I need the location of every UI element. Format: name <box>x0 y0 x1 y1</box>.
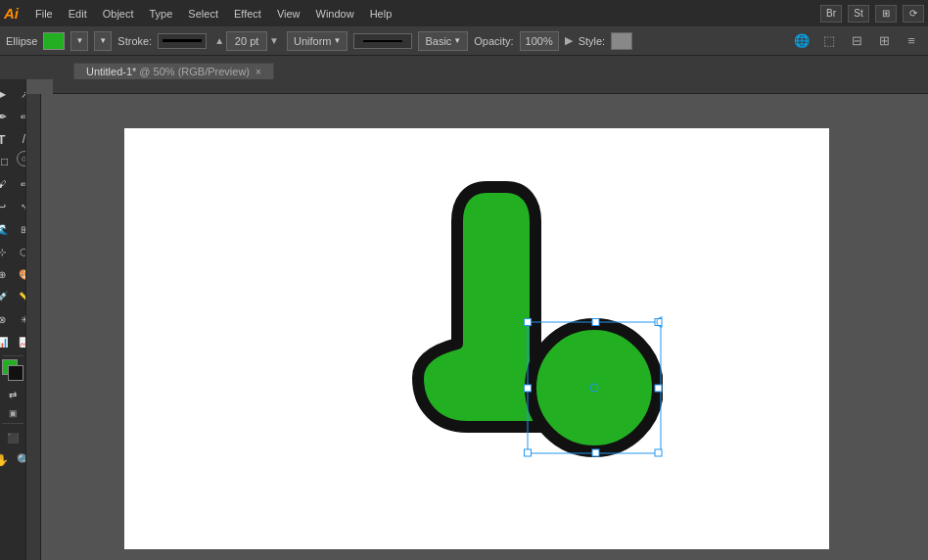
illustration <box>408 177 663 473</box>
main-area: ▶ ↗ ✒ ✏ T / □ ○ 🖌 ✏ ↩ ⤡ 🌊 ⊞ ⊹ ⬡ <box>0 79 928 560</box>
perspective-tool[interactable]: ⬡ <box>14 241 27 262</box>
svg-rect-7 <box>525 449 532 456</box>
svg-rect-6 <box>655 385 662 392</box>
tool-separator-2 <box>2 423 23 424</box>
style-swatch[interactable] <box>611 32 632 50</box>
opacity-input[interactable] <box>520 31 559 51</box>
appearance-arrow: ▼ <box>453 36 461 45</box>
close-tab-btn[interactable]: × <box>255 67 261 77</box>
menu-type[interactable]: Type <box>143 6 180 22</box>
background-color[interactable] <box>8 365 23 381</box>
puppet-warp-tool[interactable]: ⊹ <box>0 241 13 262</box>
opacity-label: Opacity: <box>474 35 513 47</box>
svg-rect-4 <box>655 319 662 326</box>
tool-separator <box>2 355 23 356</box>
stroke-arrow: ▼ <box>99 36 107 45</box>
stock-icon[interactable]: St <box>848 5 869 23</box>
stroke-line <box>162 39 202 42</box>
canvas-area[interactable] <box>26 79 928 560</box>
ruler-top <box>53 79 928 94</box>
options-bar: Ellipse ▼ ▼ Stroke: ▲ ▼ Uniform ▼ Basic … <box>0 26 928 56</box>
stroke-preview <box>158 33 207 49</box>
menu-window[interactable]: Window <box>309 6 361 22</box>
globe-icon[interactable]: 🌐 <box>791 30 812 52</box>
artboard-icon[interactable]: ⬚ <box>818 30 840 52</box>
tab-title: Untitled-1*@ 50% (RGB/Preview) <box>86 66 250 77</box>
measure-tool[interactable]: 📏 <box>14 286 27 307</box>
blend-tool[interactable]: ⊗ <box>0 308 13 330</box>
brush-tool[interactable]: 🖌 <box>0 173 13 195</box>
select-tool[interactable]: ▶ <box>0 83 13 105</box>
ruler-left <box>26 94 41 560</box>
warp-tool[interactable]: 🌊 <box>0 218 13 240</box>
rotate-tool[interactable]: ↩ <box>0 196 13 217</box>
menu-bar: Ai File Edit Object Type Select Effect V… <box>0 0 928 26</box>
options-right-icons: 🌐 ⬚ ⊟ ⊞ ≡ <box>791 30 922 52</box>
menu-file[interactable]: File <box>28 6 60 22</box>
free-transform-tool[interactable]: ⊞ <box>14 218 27 240</box>
hand-tool[interactable]: ✋ <box>0 449 13 471</box>
direct-select-tool[interactable]: ↗ <box>14 83 27 105</box>
stroke-width-up[interactable]: ▲ <box>212 35 226 46</box>
gradient-icon[interactable]: ▣ <box>4 406 22 420</box>
appearance-preview <box>353 33 412 49</box>
swap-colors-icon[interactable]: ⇄ <box>2 384 23 405</box>
curvature-tool[interactable]: ✏ <box>14 106 27 127</box>
stroke-width-input[interactable] <box>226 31 267 51</box>
stroke-profile-label: Uniform <box>294 35 332 47</box>
stroke-profile-btn[interactable]: Uniform ▼ <box>287 31 348 51</box>
symbol-sprayer-tool[interactable]: ✳ <box>14 308 27 330</box>
more-icon[interactable]: ≡ <box>901 30 922 52</box>
stroke-dropdown[interactable]: ▼ <box>94 31 112 51</box>
normal-mode-icon[interactable]: □ <box>0 406 2 420</box>
menu-right-icons: Br St ⊞ ⟳ <box>820 5 924 23</box>
appearance-btn[interactable]: Basic ▼ <box>418 31 468 51</box>
ellipse-tool[interactable]: ○ <box>17 151 27 166</box>
svg-point-0 <box>531 324 658 451</box>
fill-dropdown-arrow: ▼ <box>75 36 83 45</box>
stroke-width-down[interactable]: ▼ <box>267 35 281 46</box>
rect-tool[interactable]: □ <box>0 151 16 172</box>
zoom-tool[interactable]: 🔍 <box>14 449 27 471</box>
document-tab[interactable]: Untitled-1*@ 50% (RGB/Preview) × <box>73 63 274 79</box>
svg-rect-3 <box>592 319 599 326</box>
type-tool[interactable]: T <box>0 128 13 150</box>
svg-rect-5 <box>525 385 532 392</box>
appearance-line <box>363 40 402 42</box>
menu-view[interactable]: View <box>270 6 307 22</box>
sync-icon[interactable]: ⟳ <box>903 5 924 23</box>
tab-bar: Untitled-1*@ 50% (RGB/Preview) × <box>0 56 928 79</box>
svg-rect-9 <box>655 449 662 456</box>
appearance-label: Basic <box>425 35 451 47</box>
svg-rect-2 <box>525 319 532 326</box>
stroke-label: Stroke: <box>117 35 152 47</box>
live-paint-tool[interactable]: 🎨 <box>14 263 27 285</box>
column-graph-tool[interactable]: 📊 <box>0 331 13 352</box>
pen-tool[interactable]: ✒ <box>0 106 13 127</box>
workspace-icon[interactable]: ⊞ <box>875 5 897 23</box>
fill-dropdown[interactable]: ▼ <box>70 31 88 51</box>
eyedropper-tool[interactable]: 💉 <box>0 286 13 307</box>
screen-mode-icon[interactable]: ⬛ <box>2 427 23 448</box>
toolbox: ▶ ↗ ✒ ✏ T / □ ○ 🖌 ✏ ↩ ⤡ 🌊 ⊞ ⊹ ⬡ <box>0 79 26 560</box>
menu-effect[interactable]: Effect <box>227 6 268 22</box>
align-icon[interactable]: ⊟ <box>846 30 867 52</box>
svg-rect-8 <box>592 449 599 456</box>
pencil-tool[interactable]: ✏ <box>14 173 27 195</box>
fill-color-swatch[interactable] <box>43 32 65 50</box>
graph-tool[interactable]: 📈 <box>14 331 27 352</box>
stroke-profile-arrow: ▼ <box>334 36 342 45</box>
menu-object[interactable]: Object <box>96 6 141 22</box>
menu-select[interactable]: Select <box>181 6 225 22</box>
menu-edit[interactable]: Edit <box>62 6 94 22</box>
menu-help[interactable]: Help <box>363 6 399 22</box>
line-tool[interactable]: / <box>14 128 27 150</box>
shape-builder-tool[interactable]: ⊕ <box>0 263 13 285</box>
bridge-icon[interactable]: Br <box>820 5 842 23</box>
color-swatches[interactable] <box>2 359 23 381</box>
distribute-icon[interactable]: ⊞ <box>873 30 895 52</box>
style-label: Style: <box>579 35 606 47</box>
app-logo: Ai <box>4 5 19 22</box>
opacity-arrow[interactable]: ▶ <box>565 34 573 47</box>
scale-tool[interactable]: ⤡ <box>14 196 27 217</box>
